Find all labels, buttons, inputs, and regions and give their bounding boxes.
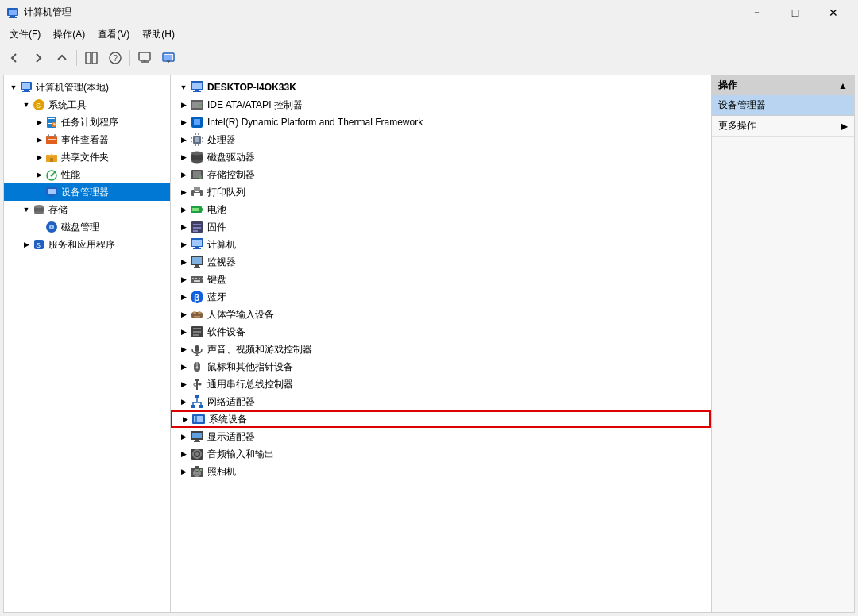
device-print[interactable]: ▶ 打印队列 [171,183,711,201]
expand-disk[interactable]: ▶ [177,151,190,164]
audioinout-icon [190,447,204,461]
expand-bluetooth[interactable]: ▶ [177,291,190,303]
cpu-label: 处理器 [207,133,236,147]
tree-item-task[interactable]: ▶ 任务计划程序 [4,114,170,131]
expand-task[interactable]: ▶ [33,116,45,129]
device-system[interactable]: ▶ 系统设备 [171,410,711,428]
device-cpu[interactable]: ▶ 处理器 [171,131,711,148]
properties-button[interactable] [133,47,156,69]
window-controls[interactable]: － □ ✕ [739,0,852,25]
close-button[interactable]: ✕ [815,0,852,25]
expand-cpu[interactable]: ▶ [177,133,190,146]
maximize-button[interactable]: □ [777,0,814,25]
device-keyboard[interactable]: ▶ 键盘 [171,271,711,288]
expand-camera[interactable]: ▶ [177,465,190,478]
expand-monitor[interactable]: ▶ [177,256,190,268]
expand-audio[interactable]: ▶ [177,343,190,356]
device-camera[interactable]: ▶ 照相机 [171,463,711,480]
expand-audioinout[interactable]: ▶ [177,448,190,460]
devmgr-icon [45,186,58,198]
device-audio[interactable]: ▶ 声音、视频和游戏控制器 [171,341,711,358]
action-primary[interactable]: 设备管理器 [712,95,854,116]
menu-file[interactable]: 文件(F) [3,26,47,43]
expand-system[interactable]: ▶ [179,413,191,425]
action-header-expand[interactable]: ▲ [838,80,848,91]
expand-print[interactable]: ▶ [177,186,190,198]
expand-computer[interactable]: ▶ [177,238,190,251]
expand-intel[interactable]: ▶ [177,116,190,129]
systools-icon: S [33,98,45,111]
tree-item-storage[interactable]: ▼ 存储 [4,201,170,218]
tree-item-devmgr[interactable]: 设备管理器 [4,183,170,201]
menu-help[interactable]: 帮助(H) [136,26,181,43]
expand-devmgr[interactable] [33,186,45,198]
expand-perf[interactable]: ▶ [33,168,45,181]
expand-event[interactable]: ▶ [33,133,45,146]
svg-point-114 [196,367,199,369]
expand-root[interactable]: ▼ [7,81,20,94]
menu-view[interactable]: 查看(V) [91,26,136,43]
device-computer-root[interactable]: ▼ DESKTOP-I4OK33K [171,79,711,96]
up-button[interactable] [51,47,73,69]
action-more[interactable]: 更多操作 ▶ [712,116,854,137]
minimize-button[interactable]: － [739,0,775,25]
expand-usb[interactable]: ▶ [177,378,190,391]
expand-battery[interactable]: ▶ [177,203,190,216]
expand-systools[interactable]: ▼ [20,98,33,111]
svg-rect-94 [192,278,194,279]
menu-action[interactable]: 操作(A) [47,26,91,43]
expand-diskmgr[interactable] [33,221,45,233]
device-usb[interactable]: ▶ 通用串行总线控制器 [171,375,711,393]
device-hid[interactable]: ▶ 人体学输入设备 [171,306,711,323]
svg-rect-83 [193,227,201,229]
tree-item-diskmgr[interactable]: 磁盘管理 [4,218,170,236]
device-ide[interactable]: ▶ IDE ATA/ATAPI 控制器 [171,96,711,114]
device-software[interactable]: ▶ 软件设备 [171,323,711,341]
device-network[interactable]: ▶ 网络适配器 [171,393,711,410]
device-storage-ctrl[interactable]: ▶ 存储控制器 [171,166,711,183]
expand-root[interactable]: ▼ [177,81,190,94]
device-computer[interactable]: ▶ 计算机 [171,236,711,253]
device-display[interactable]: ▶ 显示适配器 [171,428,711,445]
device-monitor[interactable]: ▶ 监视器 [171,253,711,271]
show-hide-tree[interactable] [80,47,102,69]
help-button[interactable]: ? [104,47,126,69]
tree-item-services[interactable]: ▶ S 服务和应用程序 [4,236,170,253]
device-firmware[interactable]: ▶ 固件 [171,218,711,236]
svg-rect-23 [48,121,55,121]
expand-mouse[interactable]: ▶ [177,360,190,373]
forward-button[interactable] [27,47,49,69]
expand-network[interactable]: ▶ [177,395,190,408]
device-intel[interactable]: ▶ Intel(R) Dynamic Platform and Thermal … [171,114,711,131]
expand-firmware[interactable]: ▶ [177,221,190,233]
tree-item-root[interactable]: ▼ 计算机管理(本地) [4,79,170,96]
svg-point-42 [34,205,44,208]
device-audioinout[interactable]: ▶ 音频输入和输出 [171,445,711,463]
device-battery[interactable]: ▶ 电池 [171,201,711,218]
svg-point-69 [191,152,203,156]
display-icon [190,429,204,444]
expand-share[interactable]: ▶ [33,151,45,164]
svg-rect-12 [164,55,172,60]
monitor-button[interactable] [157,47,180,69]
device-mouse[interactable]: ▶ 鼠标和其他指针设备 [171,358,711,375]
tree-item-perf[interactable]: ▶ 性能 [4,166,170,183]
device-disk[interactable]: ▶ 磁盘驱动器 [171,148,711,166]
expand-storage[interactable]: ▼ [20,203,33,216]
expand-keyboard[interactable]: ▶ [177,273,190,286]
expand-storage-ctrl[interactable]: ▶ [177,168,190,181]
back-button[interactable] [3,47,25,69]
expand-hid[interactable]: ▶ [177,308,190,321]
expand-services[interactable]: ▶ [20,238,33,251]
svg-rect-104 [194,316,200,318]
svg-point-43 [34,211,44,214]
expand-software[interactable]: ▶ [177,325,190,338]
expand-ide[interactable]: ▶ [177,98,190,111]
tree-item-systools[interactable]: ▼ S 系统工具 [4,96,170,114]
expand-display[interactable]: ▶ [177,430,190,443]
svg-rect-91 [195,265,199,267]
tree-item-event[interactable]: ▶ 事件查看器 [4,131,170,148]
tree-item-share[interactable]: ▶ 共享文件夹 [4,148,170,166]
device-bluetooth[interactable]: ▶ β 蓝牙 [171,288,711,306]
diskmgr-icon [45,221,58,233]
